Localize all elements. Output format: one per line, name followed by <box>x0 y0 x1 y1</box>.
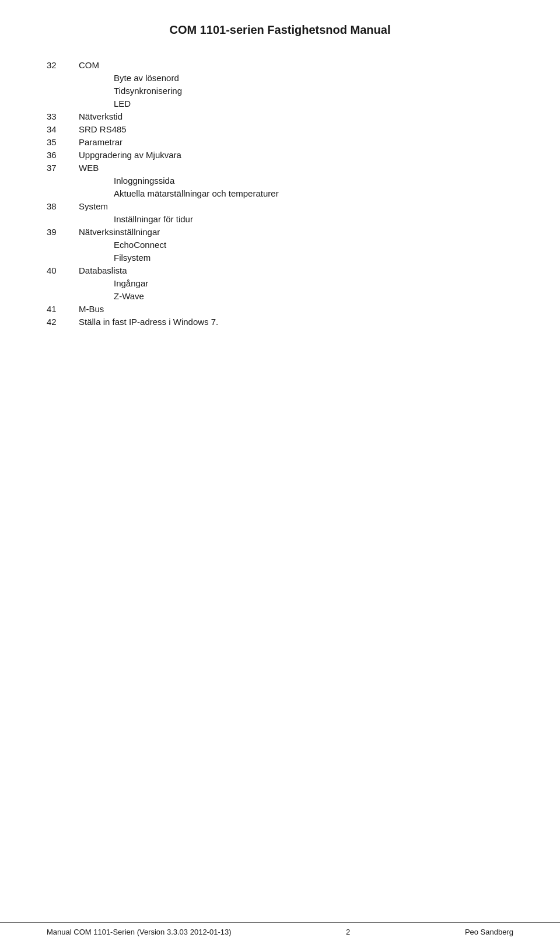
toc-title: M-Bus <box>79 304 104 314</box>
toc-title: Databaslista <box>79 265 127 275</box>
toc-row: LED <box>114 99 513 111</box>
toc-number: 41 <box>47 304 79 314</box>
toc-row: 42Ställa in fast IP-adress i Windows 7. <box>47 317 513 330</box>
toc-title: WEB <box>79 163 99 173</box>
toc-subtitle: Tidsynkronisering <box>114 86 182 96</box>
toc-number: 40 <box>47 265 79 275</box>
toc-row: Tidsynkronisering <box>114 86 513 99</box>
toc-row: 33Nätverkstid <box>47 111 513 124</box>
toc-title: Nätverkstid <box>79 111 123 121</box>
toc-subtitle: Z-Wave <box>114 291 144 301</box>
toc-subtitle: Inställningar för tidur <box>114 214 193 224</box>
toc-subtitle: EchoConnect <box>114 240 166 250</box>
toc-row: Inställningar för tidur <box>114 214 513 227</box>
toc-title: Uppgradering av Mjukvara <box>79 150 181 160</box>
toc-row: Ingångar <box>114 278 513 291</box>
toc-number: 38 <box>47 201 79 211</box>
toc-title: System <box>79 201 108 211</box>
footer-center: 2 <box>346 928 350 936</box>
toc-row: Filsystem <box>114 253 513 265</box>
toc-title: Nätverksinställningar <box>79 227 160 237</box>
toc-title: COM <box>79 60 99 70</box>
toc-row: 40Databaslista <box>47 265 513 278</box>
toc-subtitle: Byte av lösenord <box>114 73 179 83</box>
footer-right: Peo Sandberg <box>465 928 513 936</box>
toc-row: 37WEB <box>47 163 513 176</box>
toc-row: Byte av lösenord <box>114 73 513 86</box>
toc-row: EchoConnect <box>114 240 513 253</box>
page-title: COM 1101-serien Fastighetsnod Manual <box>47 23 513 37</box>
toc-number: 33 <box>47 111 79 121</box>
toc-row: Inloggningssida <box>114 176 513 188</box>
toc-row: 36Uppgradering av Mjukvara <box>47 150 513 163</box>
toc-number: 34 <box>47 124 79 134</box>
toc-row: Aktuella mätarställningar och temperatur… <box>114 188 513 201</box>
toc-row: 35Parametrar <box>47 137 513 150</box>
toc-row: 34SRD RS485 <box>47 124 513 137</box>
toc-subtitle: Aktuella mätarställningar och temperatur… <box>114 188 279 198</box>
page-container: COM 1101-serien Fastighetsnod Manual 32C… <box>0 0 560 941</box>
toc-subtitle: LED <box>114 99 131 109</box>
toc-row: 32COM <box>47 60 513 73</box>
toc-title: SRD RS485 <box>79 124 127 134</box>
toc-number: 42 <box>47 317 79 327</box>
footer-left: Manual COM 1101-Serien (Version 3.3.03 2… <box>47 928 232 936</box>
toc-number: 35 <box>47 137 79 147</box>
toc-subtitle: Filsystem <box>114 253 150 263</box>
toc-row: 41M-Bus <box>47 304 513 317</box>
toc-row: Z-Wave <box>114 291 513 304</box>
footer: Manual COM 1101-Serien (Version 3.3.03 2… <box>0 922 560 941</box>
toc-subtitle: Ingångar <box>114 278 148 288</box>
toc-subtitle: Inloggningssida <box>114 176 174 186</box>
toc-title: Parametrar <box>79 137 123 147</box>
toc-number: 39 <box>47 227 79 237</box>
toc-title: Ställa in fast IP-adress i Windows 7. <box>79 317 218 327</box>
toc-number: 36 <box>47 150 79 160</box>
toc-row: 38System <box>47 201 513 214</box>
toc-number: 32 <box>47 60 79 70</box>
toc-number: 37 <box>47 163 79 173</box>
toc-content: 32COMByte av lösenordTidsynkroniseringLE… <box>47 60 513 330</box>
toc-row: 39Nätverksinställningar <box>47 227 513 240</box>
